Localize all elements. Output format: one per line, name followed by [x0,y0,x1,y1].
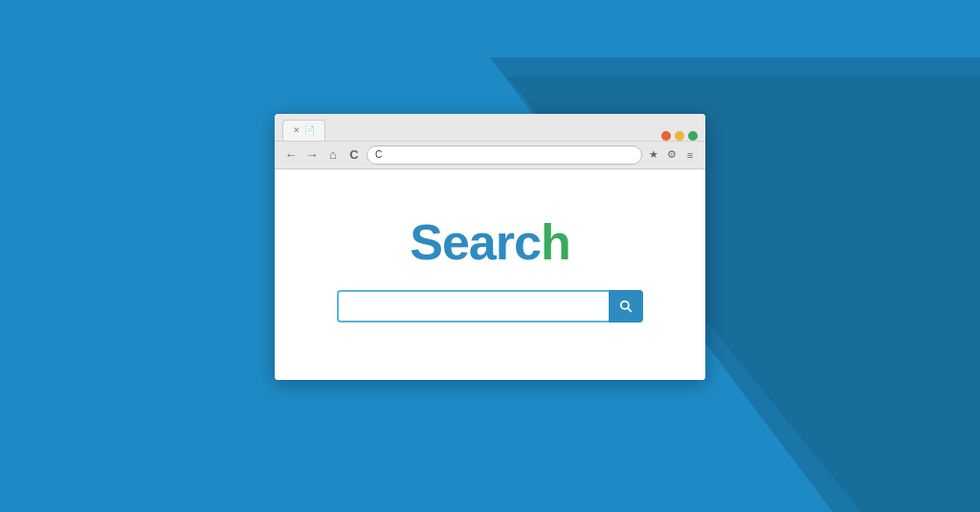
svg-line-3 [628,308,631,311]
traffic-light-yellow [675,131,684,141]
traffic-light-red [661,131,671,141]
browser-chrome: ✕ 📄 ← → ⌂ C ★ ⚙ [275,114,705,169]
back-button[interactable]: ← [282,146,300,164]
browser-window: ✕ 📄 ← → ⌂ C ★ ⚙ [275,114,705,380]
browser-content: Search [275,169,705,380]
browser-toolbar: ← → ⌂ C ★ ⚙ ≡ [275,141,705,168]
search-title: Search [410,217,569,267]
traffic-light-green [688,131,698,141]
search-title-blue: Searc [410,214,541,270]
home-button[interactable]: ⌂ [324,146,342,164]
toolbar-icons: ★ ⚙ ≡ [646,147,698,163]
bookmark-icon[interactable]: ★ [646,147,661,163]
forward-button[interactable]: → [303,146,321,164]
traffic-lights [661,131,698,141]
tab-icon: 📄 [304,125,315,135]
tab-close-icon[interactable]: ✕ [293,125,301,135]
search-title-green: h [541,214,570,270]
search-input[interactable] [337,290,609,323]
search-icon [619,300,633,313]
tab-bar: ✕ 📄 [275,114,705,141]
search-button[interactable] [609,290,643,323]
address-bar[interactable] [367,145,642,165]
settings-icon[interactable]: ⚙ [664,147,679,163]
search-bar-container [337,290,643,323]
refresh-button[interactable]: C [345,146,363,164]
menu-icon[interactable]: ≡ [682,147,698,163]
browser-tab[interactable]: ✕ 📄 [282,120,325,141]
